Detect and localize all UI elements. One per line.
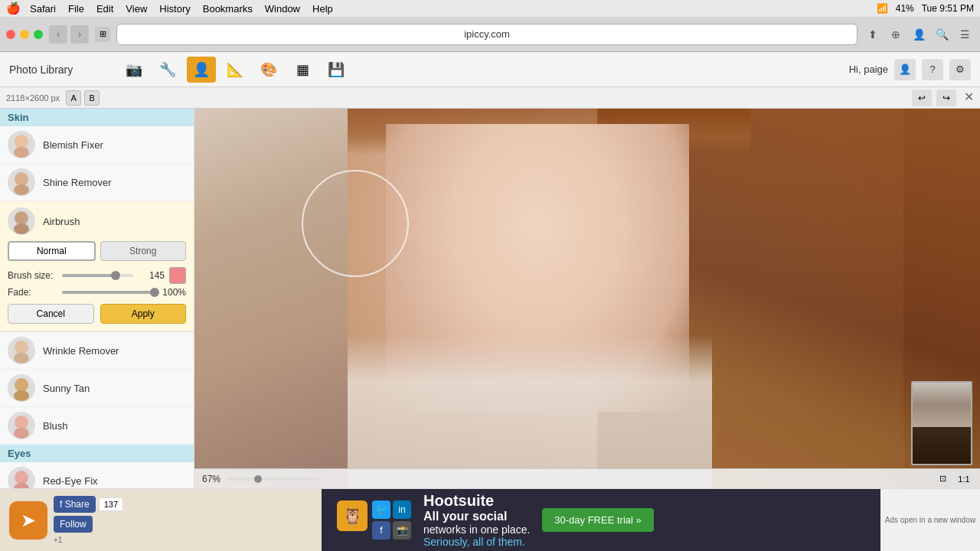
social-buttons: f Share 137 Follow +1 [54, 496, 123, 544]
sidebar-toggle-button[interactable]: ⊞ [95, 27, 110, 42]
strong-mode-button[interactable]: Strong [100, 241, 187, 261]
shine-remover-icon [8, 168, 35, 196]
account-icon[interactable]: 👤 [910, 25, 928, 44]
actual-size-icon[interactable]: 1:1 [956, 471, 972, 487]
ad-tagline-2: networks in one place. [423, 523, 530, 536]
svg-point-2 [15, 172, 28, 186]
menu-safari[interactable]: Safari [30, 3, 56, 15]
wrinkle-remover-label: Wrinkle Remover [43, 345, 119, 357]
sidebar-item-sunny-tan[interactable]: Sunny Tan [0, 370, 194, 407]
follow-row: Follow [54, 516, 123, 533]
skin-section-header: Skin [0, 109, 194, 126]
sidebar: Skin Blemish Fixer Shine Remover Airbrus… [0, 109, 194, 488]
blush-label: Blush [43, 420, 68, 432]
photo-container: 67% ⊡ 1:1 [194, 109, 980, 488]
help-button[interactable]: ? [922, 59, 943, 80]
search-icon[interactable]: 🔍 [933, 25, 951, 44]
normal-mode-button[interactable]: Normal [8, 241, 96, 261]
menu-help[interactable]: Help [312, 3, 333, 15]
hootsuite-owl-icon: 🦉 [337, 500, 368, 531]
tool-frames[interactable]: ▦ [288, 57, 317, 83]
menu-view[interactable]: View [126, 3, 147, 15]
menu-file[interactable]: File [68, 3, 84, 15]
airbrush-icon [8, 207, 35, 235]
red-eye-fix-label: Red-Eye Fix [43, 475, 98, 487]
ad-arrow-icon: ➤ [9, 501, 47, 540]
zoom-slider[interactable] [227, 478, 318, 481]
hootsuite-cta-button[interactable]: 30-day FREE trial » [542, 508, 653, 532]
traffic-lights [6, 30, 43, 39]
address-bar[interactable]: ipiccy.com [116, 24, 858, 45]
back-button[interactable]: ‹ [49, 25, 67, 44]
eyes-section-header: Eyes [0, 445, 194, 462]
svg-point-7 [14, 353, 29, 364]
menu-bookmarks[interactable]: Bookmarks [203, 3, 253, 15]
ad-left: ➤ f Share 137 Follow +1 [0, 489, 322, 551]
apple-menu[interactable]: 🍎 [6, 2, 21, 15]
menu-icon[interactable]: ☰ [956, 25, 974, 44]
new-tab-icon[interactable]: ⊕ [887, 25, 905, 44]
redo-button[interactable]: ↪ [936, 90, 956, 106]
tool-save[interactable]: 💾 [322, 57, 351, 83]
menu-window[interactable]: Window [265, 3, 300, 15]
text-b-button[interactable]: B [84, 90, 100, 106]
svg-point-8 [15, 378, 28, 392]
google-plus[interactable]: +1 [54, 536, 123, 544]
browser-chrome: ‹ › ⊞ ipiccy.com ⬆ ⊕ 👤 🔍 ☰ [0, 17, 980, 52]
share-icon[interactable]: ⬆ [864, 25, 882, 44]
browser-right-controls: ⬆ ⊕ 👤 🔍 ☰ [864, 25, 974, 44]
wrinkle-remover-icon [8, 337, 35, 364]
sidebar-item-shine-remover[interactable]: Shine Remover [0, 164, 194, 201]
fb-follow-button[interactable]: Follow [54, 516, 93, 533]
fade-row: Fade: 100% [8, 287, 186, 298]
svg-point-4 [15, 211, 28, 225]
ad-middle: 🦉 🐦 in f 📸 Hootsuite All your social net… [322, 489, 880, 551]
canvas-area[interactable]: 67% ⊡ 1:1 [194, 109, 980, 488]
social-platform-icons: 🐦 in f 📸 [372, 500, 411, 540]
photo-library-title: Photo Library [9, 64, 116, 76]
shine-remover-label: Shine Remover [43, 177, 112, 188]
sidebar-item-wrinkle-remover[interactable]: Wrinkle Remover [0, 332, 194, 370]
apply-button[interactable]: Apply [100, 304, 187, 324]
tool-effects[interactable]: 🎨 [254, 57, 283, 83]
hootsuite-ad-text: Hootsuite All your social networks in on… [423, 492, 530, 548]
social-icon-2: 📸 [393, 521, 411, 540]
close-editor-button[interactable]: ✕ [964, 90, 974, 106]
fade-value: 100% [159, 287, 186, 298]
fb-share-button[interactable]: f Share [54, 496, 96, 513]
ab-toggle: A B [66, 90, 100, 106]
tool-retouch[interactable]: 👤 [187, 57, 216, 83]
brush-size-slider[interactable] [62, 274, 133, 277]
forward-button[interactable]: › [70, 25, 89, 44]
sidebar-item-red-eye-fix[interactable]: Red-Eye Fix [0, 462, 194, 488]
settings-button[interactable]: ⚙ [949, 59, 971, 80]
blemish-fixer-icon [8, 131, 35, 158]
wifi-icon: 📶 [877, 3, 888, 14]
blemish-fixer-label: Blemish Fixer [43, 139, 103, 151]
undo-button[interactable]: ↩ [912, 90, 932, 106]
svg-point-9 [14, 390, 29, 401]
airbrush-label: Airbrush [43, 216, 80, 227]
sidebar-item-blemish-fixer[interactable]: Blemish Fixer [0, 126, 194, 164]
fade-slider[interactable] [62, 291, 155, 294]
tool-resize[interactable]: 📐 [220, 57, 250, 83]
svg-point-13 [14, 483, 29, 488]
text-a-button[interactable]: A [66, 90, 81, 106]
cancel-button[interactable]: Cancel [8, 304, 94, 324]
main-layout: Skin Blemish Fixer Shine Remover Airbrus… [0, 109, 980, 488]
sidebar-item-blush[interactable]: Blush [0, 407, 194, 445]
minimize-window-button[interactable] [20, 30, 29, 39]
app-toolbar: Photo Library 📷 🔧 👤 📐 🎨 ▦ 💾 Hi, paige 👤 … [0, 52, 980, 87]
fullscreen-window-button[interactable] [34, 30, 43, 39]
menu-history[interactable]: History [159, 3, 190, 15]
tool-camera[interactable]: 📷 [119, 57, 149, 83]
ad-bar: ➤ f Share 137 Follow +1 🦉 🐦 [0, 488, 980, 551]
zoom-icons: ⊡ 1:1 [934, 471, 972, 487]
action-buttons: Cancel Apply [8, 304, 186, 324]
fit-view-icon[interactable]: ⊡ [934, 471, 951, 487]
tool-edit[interactable]: 🔧 [153, 57, 182, 83]
brush-color-swatch[interactable] [169, 267, 186, 284]
user-account-button[interactable]: 👤 [894, 59, 916, 80]
menu-edit[interactable]: Edit [96, 3, 113, 15]
close-window-button[interactable] [6, 30, 15, 39]
